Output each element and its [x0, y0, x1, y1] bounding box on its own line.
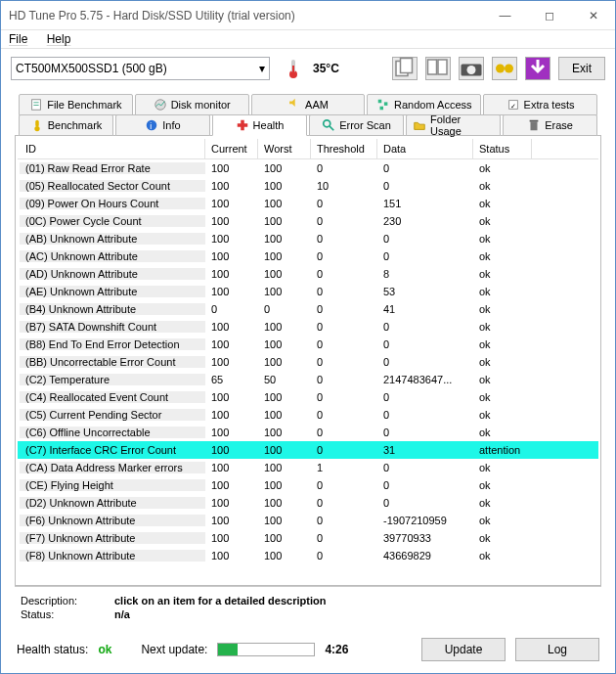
close-button[interactable]: ✕: [571, 1, 615, 29]
attribute-row[interactable]: (C5) Current Pending Sector10010000ok: [18, 406, 598, 424]
attribute-row[interactable]: (B8) End To End Error Detection10010000o…: [18, 336, 598, 353]
description-label: Description:: [21, 595, 99, 607]
svg-rect-6: [438, 60, 447, 74]
list-header: ID Current Worst Threshold Data Status: [18, 138, 598, 159]
options-button[interactable]: [492, 57, 517, 80]
copy-screenshot-button[interactable]: [425, 57, 451, 80]
log-button[interactable]: Log: [515, 638, 599, 661]
svg-point-8: [467, 66, 476, 74]
copy-info-button[interactable]: [392, 57, 418, 80]
cell: ok: [473, 321, 532, 333]
update-button[interactable]: Update: [421, 638, 506, 661]
cell: (CE) Flying Height: [20, 479, 205, 491]
exit-button[interactable]: Exit: [558, 57, 605, 80]
col-status[interactable]: Status: [473, 139, 532, 158]
attribute-row[interactable]: (C4) Reallocated Event Count10010000ok: [18, 388, 598, 406]
attribute-row[interactable]: (C7) Interface CRC Error Count100100031a…: [18, 441, 598, 459]
svg-rect-13: [34, 105, 39, 106]
attribute-row[interactable]: (CA) Data Address Marker errors10010010o…: [18, 459, 598, 476]
attribute-row[interactable]: (F7) Unknown Attribute100100039770933ok: [18, 529, 598, 547]
download-icon: [526, 57, 550, 80]
attribute-row[interactable]: (CE) Flying Height10010000ok: [18, 476, 598, 494]
maximize-button[interactable]: ◻: [527, 1, 571, 29]
drive-select-value: CT500MX500SSD1 (500 gB): [16, 62, 167, 75]
col-worst[interactable]: Worst: [258, 139, 311, 158]
cell: 0: [311, 338, 377, 350]
cell: 100: [205, 444, 258, 456]
main-window: HD Tune Pro 5.75 - Hard Disk/SSD Utility…: [0, 0, 616, 674]
cell: (C2) Temperature: [20, 374, 205, 385]
cell: 100: [258, 215, 311, 227]
attribute-row[interactable]: (05) Reallocated Sector Count100100100ok: [18, 177, 598, 195]
chevron-down-icon: ▾: [259, 62, 265, 75]
aam-icon: [287, 98, 301, 112]
minimize-button[interactable]: —: [483, 1, 527, 29]
tab-error-scan[interactable]: Error Scan: [309, 114, 404, 136]
attribute-row[interactable]: (01) Raw Read Error Rate10010000ok: [18, 159, 598, 177]
cell: 100: [205, 180, 258, 192]
client-area: File BenchmarkDisk monitorAAMRandom Acce…: [1, 88, 615, 673]
menu-file[interactable]: File: [9, 32, 27, 46]
cell: 151: [377, 198, 473, 209]
screenshot-button[interactable]: [459, 57, 484, 80]
col-threshold[interactable]: Threshold: [311, 139, 377, 158]
tab-folder-usage[interactable]: Folder Usage: [406, 114, 501, 136]
tab-random-access[interactable]: Random Access: [367, 94, 481, 115]
col-id[interactable]: ID: [20, 139, 205, 158]
attribute-row[interactable]: (F8) Unknown Attribute100100043669829ok: [18, 547, 598, 564]
cell: (F8) Unknown Attribute: [20, 550, 205, 562]
cell: 100: [205, 338, 258, 350]
cell: 0: [311, 198, 377, 209]
attribute-row[interactable]: (B7) SATA Downshift Count10010000ok: [18, 318, 598, 336]
tab-erase[interactable]: Erase: [503, 114, 597, 136]
attribute-row[interactable]: (BB) Uncorrectable Error Count10010000ok: [18, 353, 598, 371]
tab-row-1: File BenchmarkDisk monitorAAMRandom Acce…: [11, 94, 605, 115]
tab-info[interactable]: iInfo: [115, 114, 210, 136]
cell: -1907210959: [377, 515, 473, 526]
tab-extra-tests[interactable]: ✓Extra tests: [483, 94, 597, 115]
attribute-row[interactable]: (09) Power On Hours Count1001000151ok: [18, 195, 598, 212]
cell: 100: [258, 444, 311, 456]
cell: 0: [377, 250, 473, 262]
cell: 0: [205, 303, 258, 315]
cell: 2147483647...: [377, 374, 473, 385]
cell: 1: [311, 462, 377, 473]
cell: 0: [311, 215, 377, 227]
attribute-row[interactable]: (AC) Unknown Attribute10010000ok: [18, 247, 598, 265]
list-body: (01) Raw Read Error Rate10010000ok(05) R…: [18, 159, 598, 583]
cell: 0: [311, 497, 377, 509]
svg-point-26: [324, 120, 330, 127]
attribute-row[interactable]: (0C) Power Cycle Count1001000230ok: [18, 212, 598, 230]
cell: 100: [258, 268, 311, 280]
tab-disk-monitor[interactable]: Disk monitor: [135, 94, 249, 115]
attribute-row[interactable]: (AD) Unknown Attribute10010008ok: [18, 265, 598, 283]
attribute-row[interactable]: (C2) Temperature655002147483647...ok: [18, 371, 598, 388]
cell: ok: [473, 427, 532, 438]
attribute-row[interactable]: (AE) Unknown Attribute100100053ok: [18, 283, 598, 300]
tab-health[interactable]: Health: [212, 114, 307, 136]
attribute-row[interactable]: (F6) Unknown Attribute1001000-1907210959…: [18, 512, 598, 529]
menu-help[interactable]: Help: [47, 32, 71, 46]
attribute-row[interactable]: (B4) Unknown Attribute00041ok: [18, 300, 598, 318]
cell: 0: [311, 303, 377, 315]
attribute-row[interactable]: (C6) Offline Uncorrectable10010000ok: [18, 424, 598, 441]
col-current[interactable]: Current: [205, 139, 258, 158]
tab-file-benchmark[interactable]: File Benchmark: [19, 94, 133, 115]
cell: (09) Power On Hours Count: [20, 198, 205, 209]
cell: 100: [205, 268, 258, 280]
drive-select[interactable]: CT500MX500SSD1 (500 gB) ▾: [11, 57, 270, 80]
cell: (01) Raw Read Error Rate: [20, 162, 205, 174]
cell: 100: [258, 515, 311, 526]
cell: 100: [205, 462, 258, 473]
cell: (0C) Power Cycle Count: [20, 215, 205, 227]
attribute-row[interactable]: (D2) Unknown Attribute10010000ok: [18, 494, 598, 512]
tab-aam[interactable]: AAM: [251, 94, 366, 115]
tab-benchmark[interactable]: Benchmark: [19, 114, 113, 136]
save-button[interactable]: [525, 57, 550, 80]
cell: 100: [258, 250, 311, 262]
cell: 0: [377, 356, 473, 368]
attribute-row[interactable]: (AB) Unknown Attribute10010000ok: [18, 230, 598, 247]
cell: 100: [205, 198, 258, 209]
cell: 100: [205, 532, 258, 544]
col-data[interactable]: Data: [377, 139, 473, 158]
